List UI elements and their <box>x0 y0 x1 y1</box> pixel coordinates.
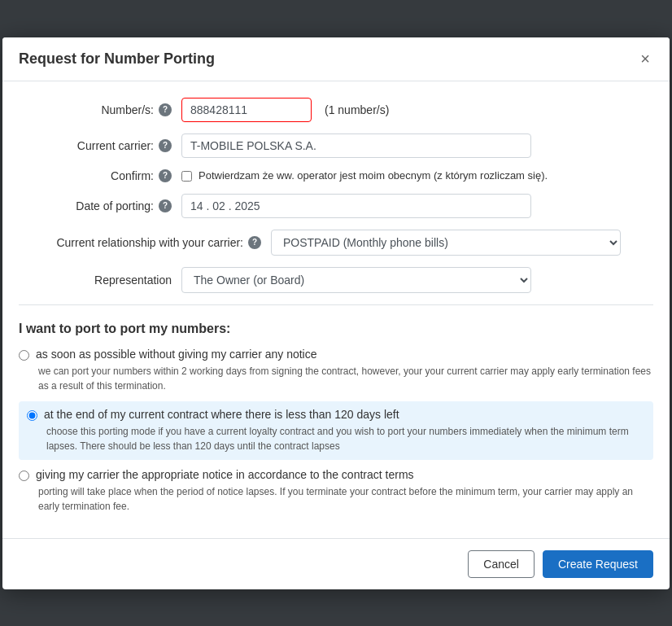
radio-input-2[interactable] <box>27 410 37 421</box>
representation-group: Representation The Owner (or Board) Prox… <box>19 267 653 293</box>
radio-desc-2: choose this porting mode if you have a c… <box>46 424 645 453</box>
cancel-button[interactable]: Cancel <box>468 550 535 578</box>
create-request-button[interactable]: Create Request <box>543 550 653 578</box>
carrier-help-icon[interactable]: ? <box>159 139 172 152</box>
relationship-group: Current relationship with your carrier: … <box>19 230 653 256</box>
radio-input-1[interactable] <box>19 350 29 361</box>
section-divider <box>19 304 653 305</box>
radio-option-2-header: at the end of my current contract where … <box>27 408 645 421</box>
carrier-group: Current carrier: ? <box>19 134 653 158</box>
radio-option-3-header: giving my carrier the appropriate notice… <box>19 468 653 481</box>
number-label: Number/s: ? <box>19 103 181 116</box>
confirm-checkbox-group: Potwierdzam że ww. operator jest moim ob… <box>181 169 548 182</box>
modal-overlay: Request for Number Porting × Number/s: ?… <box>0 0 672 626</box>
radio-label-1: as soon as possible without giving my ca… <box>36 348 317 361</box>
radio-desc-3: porting will take place when the period … <box>38 484 653 514</box>
radio-input-3[interactable] <box>19 471 29 481</box>
porting-section: I want to port to port my numbers: as so… <box>19 322 653 530</box>
modal-dialog: Request for Number Porting × Number/s: ?… <box>2 37 670 589</box>
number-help-icon[interactable]: ? <box>159 103 172 116</box>
modal-footer: Cancel Create Request <box>2 538 670 589</box>
modal-body: Number/s: ? (1 number/s) Current carrier… <box>2 81 670 538</box>
porting-title: I want to port to port my numbers: <box>19 322 653 336</box>
relationship-label: Current relationship with your carrier: … <box>19 236 271 249</box>
confirm-label: Confirm: ? <box>19 169 181 182</box>
radio-option-2: at the end of my current contract where … <box>19 401 653 460</box>
carrier-input[interactable] <box>181 134 531 158</box>
confirm-group: Confirm: ? Potwierdzam że ww. operator j… <box>19 169 653 182</box>
date-help-icon[interactable]: ? <box>159 199 172 212</box>
date-label: Date of porting: ? <box>19 199 181 212</box>
number-input[interactable] <box>181 98 312 122</box>
number-count: (1 number/s) <box>325 103 389 116</box>
relationship-help-icon[interactable]: ? <box>248 236 261 249</box>
radio-option-1-header: as soon as possible without giving my ca… <box>19 348 653 361</box>
date-input[interactable] <box>181 194 531 218</box>
radio-option-3: giving my carrier the appropriate notice… <box>19 468 653 514</box>
radio-desc-1: we can port your numbers within 2 workin… <box>38 364 653 393</box>
carrier-label: Current carrier: ? <box>19 139 181 152</box>
close-button[interactable]: × <box>637 50 653 67</box>
representation-select[interactable]: The Owner (or Board) Proxy Other <box>181 267 531 293</box>
date-group: Date of porting: ? <box>19 194 653 218</box>
modal-header: Request for Number Porting × <box>2 37 670 81</box>
radio-label-3: giving my carrier the appropriate notice… <box>36 468 414 481</box>
radio-option-1: as soon as possible without giving my ca… <box>19 348 653 393</box>
number-group: Number/s: ? (1 number/s) <box>19 98 653 122</box>
confirm-help-icon[interactable]: ? <box>159 169 172 182</box>
confirm-checkbox[interactable] <box>181 171 192 182</box>
modal-title: Request for Number Porting <box>19 50 215 68</box>
representation-label: Representation <box>19 274 181 287</box>
confirm-text: Potwierdzam że ww. operator jest moim ob… <box>199 169 548 182</box>
radio-label-2: at the end of my current contract where … <box>44 408 399 421</box>
relationship-select[interactable]: POSTPAID (Monthly phone bills) PREPAID B… <box>271 230 621 256</box>
